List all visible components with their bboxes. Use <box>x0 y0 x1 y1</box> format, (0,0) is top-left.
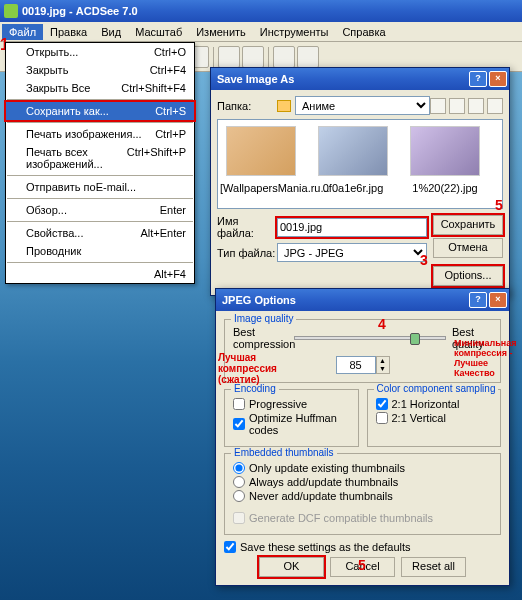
up-icon[interactable] <box>449 98 465 114</box>
mi-open[interactable]: Открыть...Ctrl+O <box>6 43 194 61</box>
color-group: Color component sampling 2:1 Horizontal … <box>367 389 502 447</box>
menu-edit[interactable]: Правка <box>43 24 94 40</box>
options-button[interactable]: Options... <box>433 266 503 286</box>
tb-12[interactable] <box>297 46 319 68</box>
thumb-3[interactable]: 1%20(22).jpg <box>404 124 486 204</box>
help-button[interactable]: ? <box>469 71 487 87</box>
emb-always-radio[interactable] <box>233 476 245 488</box>
spin-up-icon[interactable]: ▲▼ <box>376 356 390 374</box>
menu-tools[interactable]: Инструменты <box>253 24 336 40</box>
jpeg-help-button[interactable]: ? <box>469 292 487 308</box>
huffman-checkbox[interactable] <box>233 418 245 430</box>
embed-group: Embedded thumbnails Only update existing… <box>224 453 501 535</box>
emb-never-radio[interactable] <box>233 490 245 502</box>
menu-modify[interactable]: Изменить <box>189 24 253 40</box>
file-menu-dropdown: Открыть...Ctrl+O ЗакрытьCtrl+F4 Закрыть … <box>5 42 195 284</box>
save-dialog: Save Image As ? × Папка: Аниме [Wallpape… <box>210 67 510 296</box>
thumb-1[interactable]: [WallpapersMania.ru... <box>220 124 302 204</box>
progressive-checkbox[interactable] <box>233 398 245 410</box>
dcf-checkbox[interactable] <box>233 512 245 524</box>
mi-props[interactable]: Свойства...Alt+Enter <box>6 224 194 242</box>
tb-9[interactable] <box>218 46 240 68</box>
mi-save-as[interactable]: Сохранить как...Ctrl+S <box>6 102 194 120</box>
reset-button[interactable]: Reset all <box>401 557 466 577</box>
jpeg-options-dialog: JPEG Options ? × Image quality Best comp… <box>215 288 510 586</box>
save-dialog-title: Save Image As ? × <box>211 68 509 90</box>
newfolder-icon[interactable] <box>468 98 484 114</box>
filename-label: Имя файла: <box>217 215 277 239</box>
save-defaults-checkbox[interactable] <box>224 541 236 553</box>
title-filename: 0019.jpg <box>22 5 66 17</box>
filetype-label: Тип файла: <box>217 247 277 259</box>
mi-exit[interactable]: Alt+F4 <box>6 265 194 283</box>
quality-value[interactable] <box>336 356 376 374</box>
horiz-checkbox[interactable] <box>376 398 388 410</box>
jpeg-close-button[interactable]: × <box>489 292 507 308</box>
ok-button[interactable]: OK <box>259 557 324 577</box>
jpeg-cancel-button[interactable]: Cancel <box>330 557 395 577</box>
thumb-2[interactable]: 0f0a1e6r.jpg <box>312 124 394 204</box>
emb-only-radio[interactable] <box>233 462 245 474</box>
filetype-select[interactable]: JPG - JPEG <box>277 243 427 262</box>
best-qual-label: Best quality <box>452 326 492 350</box>
mi-print[interactable]: Печать изображения...Ctrl+P <box>6 125 194 143</box>
folder-label: Папка: <box>217 100 277 112</box>
tb-10[interactable] <box>242 46 264 68</box>
mi-close-all[interactable]: Закрыть ВсеCtrl+Shift+F4 <box>6 79 194 97</box>
tb-11[interactable] <box>273 46 295 68</box>
jpeg-title: JPEG Options ? × <box>216 289 509 311</box>
titlebar: 0019.jpg - ACDSee 7.0 <box>0 0 522 22</box>
vert-checkbox[interactable] <box>376 412 388 424</box>
thumbnails-area[interactable]: [WallpapersMania.ru... 0f0a1e6r.jpg 1%20… <box>217 119 503 209</box>
quality-group: Image quality Best compression Best qual… <box>224 319 501 383</box>
views-icon[interactable] <box>487 98 503 114</box>
folder-select[interactable]: Аниме <box>295 96 430 115</box>
close-button[interactable]: × <box>489 71 507 87</box>
mi-email[interactable]: Отправить поE-mail... <box>6 178 194 196</box>
best-comp-label: Best compression <box>233 326 288 350</box>
menu-help[interactable]: Справка <box>335 24 392 40</box>
folder-icon <box>277 100 291 112</box>
menubar: Файл Правка Вид Масштаб Изменить Инструм… <box>0 22 522 42</box>
app-icon <box>4 4 18 18</box>
mi-close[interactable]: ЗакрытьCtrl+F4 <box>6 61 194 79</box>
menu-file[interactable]: Файл <box>2 24 43 40</box>
menu-view[interactable]: Вид <box>94 24 128 40</box>
mi-print-all[interactable]: Печать всех изображений...Ctrl+Shift+P <box>6 143 194 173</box>
quality-slider[interactable] <box>294 336 446 340</box>
title-app: ACDSee 7.0 <box>76 5 138 17</box>
cancel-button[interactable]: Отмена <box>433 238 503 258</box>
save-button[interactable]: Сохранить <box>433 215 503 235</box>
filename-input[interactable] <box>277 218 427 237</box>
mi-explorer[interactable]: Проводник <box>6 242 194 260</box>
encoding-group: Encoding Progressive Optimize Huffman co… <box>224 389 359 447</box>
menu-zoom[interactable]: Масштаб <box>128 24 189 40</box>
mi-browse[interactable]: Обзор...Enter <box>6 201 194 219</box>
back-icon[interactable] <box>430 98 446 114</box>
